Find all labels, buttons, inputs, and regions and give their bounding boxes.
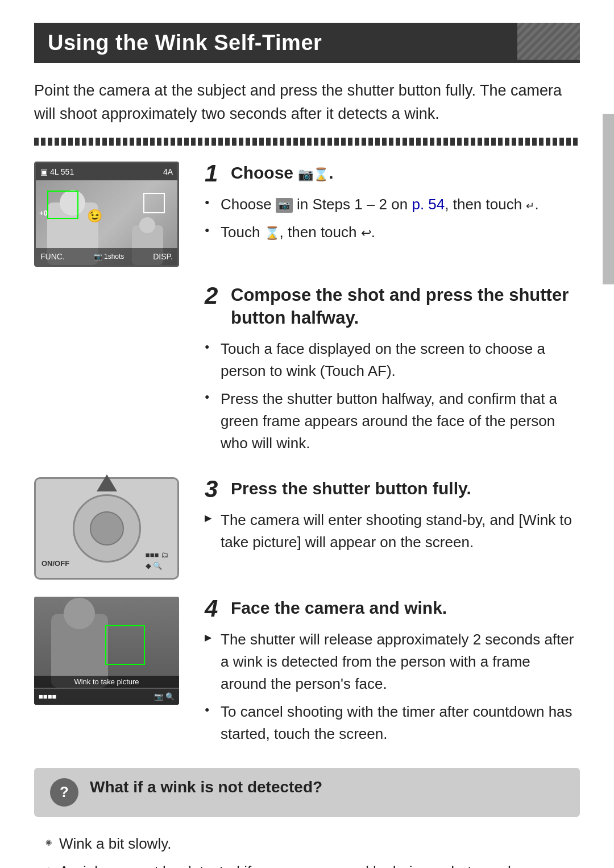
step-3-header: 3 Press the shutter button fully. [205, 477, 580, 501]
person-secondary-head [139, 217, 155, 233]
camera-on-off-label: ON/OFF [42, 559, 69, 568]
page-container: Using the Wink Self-Timer Point the came… [0, 0, 614, 868]
step-1-section: ▣ 4L 551 4A 😉 + [34, 162, 580, 267]
step-3-number: 3 [205, 477, 225, 501]
photo-bottom-right: 📷 🔍 [154, 692, 175, 701]
step-2-content: 2 Compose the shot and press the shutter… [205, 284, 580, 460]
step-4-number: 4 [205, 597, 225, 621]
photo-status-bar: ■■■■ 📷 🔍 [34, 689, 179, 705]
camera-lcd-screen: ▣ 4L 551 4A 😉 + [34, 162, 179, 267]
step-3-bullets: The camera will enter shooting stand-by,… [205, 509, 580, 553]
info-icon-symbol: ? [60, 783, 69, 801]
step-3-image: ON/OFF ■■■ 🗂 ◆ 🔍 [34, 477, 182, 580]
lcd-top-bar: ▣ 4L 551 4A [36, 163, 177, 180]
step-2-bullet-1: Touch a face displayed on the screen to … [205, 338, 580, 382]
exposure-indicator: +0 [39, 209, 48, 217]
step-2-title: Compose the shot and press the shutter b… [231, 284, 580, 330]
step-4-bullets: The shutter will release approximately 2… [205, 629, 580, 745]
step-1-bullets: Choose 📷 in Steps 1 – 2 on p. 54, then t… [205, 193, 580, 243]
info-box: ? What if a wink is not detected? [34, 768, 580, 817]
step-4-section: Wink to take picture ■■■■ 📷 🔍 4 Face the… [34, 597, 580, 751]
face-detect-box-1 [47, 191, 78, 219]
step-2-header: 2 Compose the shot and press the shutter… [205, 284, 580, 330]
intro-text: Point the camera at the subject and pres… [34, 79, 580, 125]
step-4-content: 4 Face the camera and wink. The shutter … [205, 597, 580, 751]
info-icon: ? [50, 778, 78, 807]
photo-bottom-left: ■■■■ [39, 692, 56, 701]
on-off-text: ON/OFF [42, 559, 69, 568]
step-1-bullet-2: Touch ⌛, then touch ↩. [205, 221, 580, 243]
camera-right-icons: ■■■ 🗂 ◆ 🔍 [146, 551, 168, 570]
step-4-bullet-2: To cancel shooting with the timer after … [205, 701, 580, 745]
step-3-bullet-1: The camera will enter shooting stand-by,… [205, 509, 580, 553]
lcd-bottom-bar: FUNC. 📷 1shots DISP. [36, 248, 177, 265]
photo-bg: Wink to take picture ■■■■ 📷 🔍 [34, 597, 179, 705]
lcd-shots: 📷 1shots [94, 253, 125, 261]
step-3-title: Press the shutter button fully. [231, 477, 471, 499]
wink-indicator: 😉 [87, 209, 102, 224]
step-1-header: 1 Choose 📷⌛. [205, 162, 580, 185]
title-bar: Using the Wink Self-Timer [34, 23, 580, 63]
step-4-header: 4 Face the camera and wink. [205, 597, 580, 621]
wink-photo-display: Wink to take picture ■■■■ 📷 🔍 [34, 597, 179, 705]
lcd-top-left: ▣ 4L 551 [40, 167, 74, 176]
triangle-icon [97, 474, 117, 491]
step-1-bullet-1: Choose 📷 in Steps 1 – 2 on p. 54, then t… [205, 193, 580, 216]
info-box-content: What if a wink is not detected? [90, 778, 322, 796]
photo-person-head [64, 598, 95, 629]
step-1-image: ▣ 4L 551 4A 😉 + [34, 162, 182, 267]
stripe-divider [34, 138, 580, 146]
info-box-title: What if a wink is not detected? [90, 778, 322, 796]
camera-body-illustration: ON/OFF ■■■ 🗂 ◆ 🔍 [34, 477, 179, 580]
wink-detect-box [105, 625, 145, 665]
title-corner-graphic [517, 23, 580, 60]
step-1-number: 1 [205, 162, 225, 185]
step-4-title: Face the camera and wink. [231, 597, 447, 619]
step-4-image: Wink to take picture ■■■■ 📷 🔍 [34, 597, 182, 705]
step-2-bullet-2: Press the shutter button halfway, and co… [205, 388, 580, 454]
step-2-bullets: Touch a face displayed on the screen to … [205, 338, 580, 454]
inline-icon-camera: 📷 [276, 198, 293, 213]
step-3-content: 3 Press the shutter button fully. The ca… [205, 477, 580, 559]
lcd-top-right: 4A [163, 167, 173, 176]
icon-battery: ■■■ 🗂 [146, 551, 168, 559]
tips-list: Wink a bit slowly. A wink may not be det… [45, 833, 580, 868]
step-3-section: ON/OFF ■■■ 🗂 ◆ 🔍 3 Press the shutter but… [34, 477, 580, 580]
wink-banner: Wink to take picture [34, 676, 179, 688]
dial-center [90, 511, 124, 545]
step-4-bullet-1: The shutter will release approximately 2… [205, 629, 580, 695]
dial-wheel [73, 494, 141, 563]
step-1-content: 1 Choose 📷⌛. Choose 📷 in Steps 1 – 2 on … [205, 162, 580, 249]
page-title: Using the Wink Self-Timer [48, 31, 322, 55]
right-sidebar-bar [603, 114, 614, 284]
step-2-number: 2 [205, 284, 225, 308]
tip-2: A wink may not be detected if eyes are c… [45, 861, 580, 868]
lcd-func: FUNC. [40, 252, 65, 261]
step-1-title: Choose 📷⌛. [231, 162, 334, 184]
tip-1: Wink a bit slowly. [45, 833, 580, 855]
icon-zoom: ◆ 🔍 [146, 561, 163, 570]
step-2-section: 2 Compose the shot and press the shutter… [34, 284, 580, 460]
face-detect-box-2 [143, 193, 165, 213]
svg-rect-2 [517, 23, 580, 60]
lcd-disp: DISP. [153, 252, 173, 261]
